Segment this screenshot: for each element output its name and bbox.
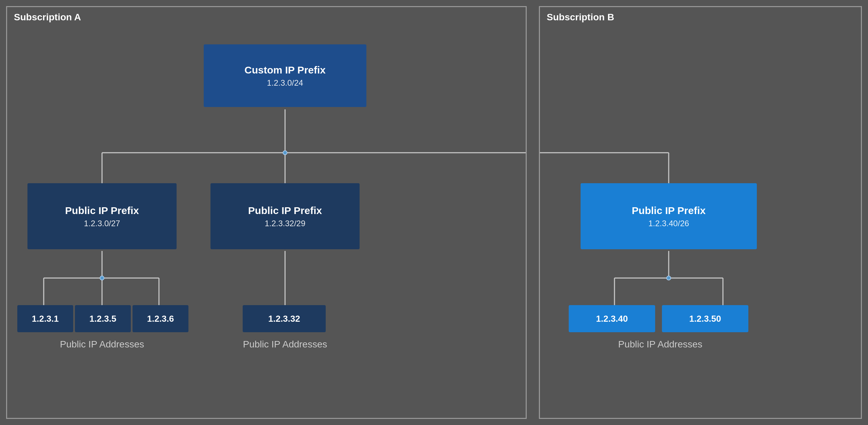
ip-middle-1-text: 1.2.3.32 bbox=[268, 314, 300, 324]
custom-ip-prefix-box: Custom IP Prefix 1.2.3.0/24 bbox=[204, 44, 366, 107]
public-ip-prefix-right-title: Public IP Prefix bbox=[632, 205, 706, 217]
public-ip-prefix-middle-box: Public IP Prefix 1.2.3.32/29 bbox=[210, 183, 360, 249]
subscription-b-panel: Subscription B Public IP Prefix 1.2.3.40… bbox=[539, 6, 862, 419]
public-ip-addresses-label-middle: Public IP Addresses bbox=[204, 339, 366, 350]
public-ip-prefix-middle-title: Public IP Prefix bbox=[248, 205, 322, 217]
ip-right-2-text: 1.2.3.50 bbox=[689, 314, 721, 324]
junction-dot-right bbox=[666, 276, 671, 280]
public-ip-prefix-middle-subtitle: 1.2.3.32/29 bbox=[265, 219, 305, 228]
ip-left-3-text: 1.2.3.6 bbox=[147, 314, 174, 324]
subscription-a-panel: Subscription A Custom IP Prefix 1.2.3.0/… bbox=[6, 6, 527, 419]
public-ip-addresses-label-right: Public IP Addresses bbox=[567, 339, 753, 350]
ip-left-2: 1.2.3.5 bbox=[75, 305, 131, 332]
custom-ip-prefix-subtitle: 1.2.3.0/24 bbox=[267, 78, 303, 88]
subscription-b-label: Subscription B bbox=[547, 12, 614, 23]
public-ip-prefix-left-title: Public IP Prefix bbox=[65, 205, 139, 217]
ip-right-1-text: 1.2.3.40 bbox=[596, 314, 628, 324]
public-ip-prefix-right-subtitle: 1.2.3.40/26 bbox=[648, 219, 689, 228]
public-ip-addresses-label-left: Public IP Addresses bbox=[27, 339, 177, 350]
public-ip-prefix-left-subtitle: 1.2.3.0/27 bbox=[84, 219, 120, 228]
ip-right-1: 1.2.3.40 bbox=[569, 305, 655, 332]
ip-right-2: 1.2.3.50 bbox=[662, 305, 748, 332]
ip-left-1-text: 1.2.3.1 bbox=[32, 314, 59, 324]
junction-dot-main bbox=[283, 150, 287, 155]
public-ip-prefix-left-box: Public IP Prefix 1.2.3.0/27 bbox=[27, 183, 177, 249]
ip-left-2-text: 1.2.3.5 bbox=[89, 314, 117, 324]
ip-left-3: 1.2.3.6 bbox=[133, 305, 188, 332]
subscription-a-label: Subscription A bbox=[14, 12, 81, 23]
ip-left-1: 1.2.3.1 bbox=[17, 305, 73, 332]
custom-ip-prefix-title: Custom IP Prefix bbox=[244, 64, 326, 76]
public-ip-prefix-right-box: Public IP Prefix 1.2.3.40/26 bbox=[581, 183, 757, 249]
junction-dot-left bbox=[100, 276, 104, 280]
ip-middle-1: 1.2.3.32 bbox=[243, 305, 326, 332]
